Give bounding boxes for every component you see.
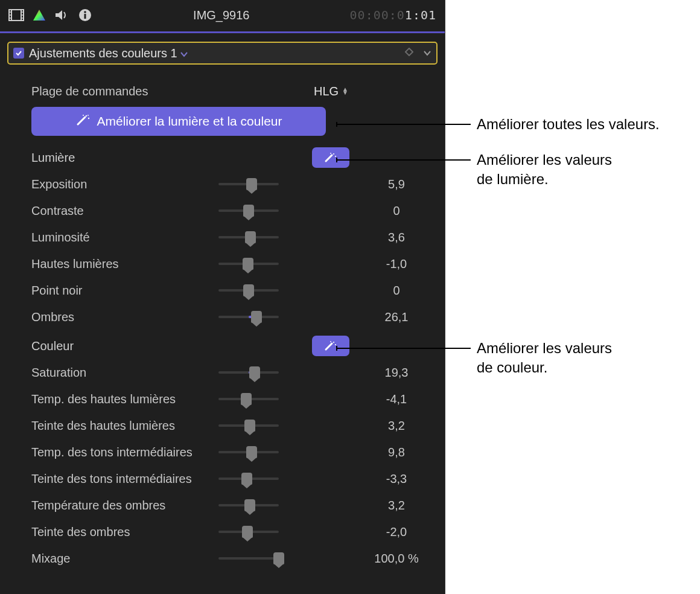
effect-header[interactable]: Ajustements des couleurs 1 [7, 42, 438, 65]
param-value[interactable]: 3,6 [360, 231, 433, 244]
param-slider[interactable] [218, 398, 279, 400]
stepper-icon: ▲▼ [342, 88, 348, 95]
param-value[interactable]: 0 [360, 284, 433, 298]
param-slider[interactable] [218, 371, 279, 374]
svg-point-6 [10, 18, 11, 19]
enhance-all-button[interactable]: Améliorer la lumière et la couleur [31, 107, 326, 136]
mix-value[interactable]: 100,0 % [360, 552, 433, 566]
param-row: Contraste0 [31, 197, 433, 224]
param-value[interactable]: -3,3 [360, 472, 433, 486]
param-slider[interactable] [218, 209, 279, 212]
light-label: Lumière [31, 151, 218, 165]
param-slider[interactable] [218, 424, 279, 427]
inspector-content: Plage de commandes HLG ▲▼ Améliorer la l… [0, 65, 445, 572]
param-label: Exposition [31, 177, 218, 191]
param-row: Hautes lumières-1,0 [31, 251, 433, 277]
svg-point-21 [335, 156, 336, 157]
param-slider[interactable] [218, 263, 279, 265]
effect-title-text: Ajustements des couleurs 1 [29, 46, 177, 60]
chevron-down-icon[interactable] [180, 46, 188, 60]
param-slider[interactable] [218, 477, 279, 480]
param-row: Saturation19,3 [31, 359, 433, 386]
svg-point-8 [22, 14, 23, 16]
clip-title: IMG_9916 [193, 8, 249, 22]
enhance-all-label: Améliorer la lumière et la couleur [97, 114, 282, 129]
svg-point-19 [88, 115, 89, 116]
param-row: Température des ombres3,2 [31, 492, 433, 519]
svg-point-7 [22, 11, 23, 13]
keyframe-diamond-icon[interactable] [405, 48, 413, 59]
color-triangle-icon[interactable] [31, 8, 47, 22]
svg-marker-10 [33, 10, 45, 21]
svg-point-9 [22, 18, 23, 19]
param-value[interactable]: 3,2 [360, 419, 433, 433]
param-row: Luminosité3,6 [31, 224, 433, 251]
color-section-header: Couleur [31, 333, 433, 359]
enhance-light-button[interactable] [312, 147, 349, 168]
param-slider[interactable] [218, 504, 279, 506]
svg-point-16 [85, 115, 86, 116]
info-icon[interactable] [77, 8, 93, 22]
svg-point-20 [333, 153, 334, 155]
magic-wand-icon [75, 113, 91, 130]
enhance-color-button[interactable] [312, 336, 349, 356]
control-range-label: Plage de commandes [31, 85, 218, 98]
param-label: Temp. des hautes lumières [31, 392, 218, 406]
param-value[interactable]: -1,0 [360, 257, 433, 271]
param-row: Temp. des hautes lumières-4,1 [31, 386, 433, 412]
svg-rect-13 [84, 14, 86, 19]
svg-point-23 [333, 342, 334, 343]
svg-point-24 [335, 344, 336, 345]
param-row: Teinte des tons intermédiaires-3,3 [31, 465, 433, 492]
param-row: Point noir0 [31, 277, 433, 304]
param-label: Teinte des hautes lumières [31, 419, 218, 433]
param-value[interactable]: 0 [360, 204, 433, 218]
param-label: Teinte des ombres [31, 525, 218, 539]
svg-marker-11 [56, 10, 62, 20]
timecode: 00:00:01:01 [350, 8, 436, 22]
control-range-value: HLG [314, 85, 339, 98]
callout-enhance-all: Améliorer toutes les valeurs. [477, 115, 660, 134]
param-value[interactable]: 26,1 [360, 310, 433, 324]
svg-point-22 [330, 153, 331, 154]
param-slider[interactable] [218, 531, 279, 533]
callout-enhance-color: Améliorer les valeursde couleur. [477, 339, 612, 378]
light-section-header: Lumière [31, 144, 433, 171]
param-row: Temp. des tons intermédiaires9,8 [31, 439, 433, 465]
param-value[interactable]: 5,9 [360, 177, 433, 191]
param-value[interactable]: -4,1 [360, 392, 433, 406]
param-label: Temp. des tons intermédiaires [31, 446, 218, 459]
inspector-toolbar: IMG_9916 00:00:01:01 [0, 0, 445, 30]
param-value[interactable]: 9,8 [360, 446, 433, 459]
param-row: Teinte des hautes lumières3,2 [31, 412, 433, 439]
param-row: Teinte des ombres-2,0 [31, 519, 433, 545]
param-slider[interactable] [218, 183, 279, 185]
param-value[interactable]: 3,2 [360, 499, 433, 513]
param-label: Contraste [31, 204, 218, 218]
video-icon[interactable] [8, 8, 24, 22]
control-range-select[interactable]: HLG ▲▼ [314, 85, 348, 98]
param-value[interactable]: 19,3 [360, 366, 433, 380]
param-label: Hautes lumières [31, 257, 218, 271]
param-label: Teinte des tons intermédiaires [31, 472, 218, 486]
volume-icon[interactable] [54, 8, 70, 22]
param-label: Température des ombres [31, 499, 218, 513]
inspector-panel: IMG_9916 00:00:01:01 Ajustements des cou… [0, 0, 445, 594]
chevron-down-icon[interactable] [423, 48, 431, 59]
svg-point-4 [10, 11, 11, 13]
divider [0, 31, 445, 33]
param-row: Exposition5,9 [31, 171, 433, 197]
param-slider[interactable] [218, 316, 279, 318]
svg-marker-15 [406, 48, 413, 56]
svg-point-14 [84, 11, 86, 13]
svg-point-25 [330, 341, 331, 342]
param-slider[interactable] [218, 236, 279, 238]
param-label: Saturation [31, 366, 218, 380]
svg-point-18 [83, 115, 84, 116]
effect-title[interactable]: Ajustements des couleurs 1 [29, 46, 400, 60]
mix-slider[interactable] [218, 557, 279, 560]
param-value[interactable]: -2,0 [360, 525, 433, 539]
effect-checkbox[interactable] [13, 48, 24, 59]
param-slider[interactable] [218, 289, 279, 292]
param-slider[interactable] [218, 451, 279, 453]
